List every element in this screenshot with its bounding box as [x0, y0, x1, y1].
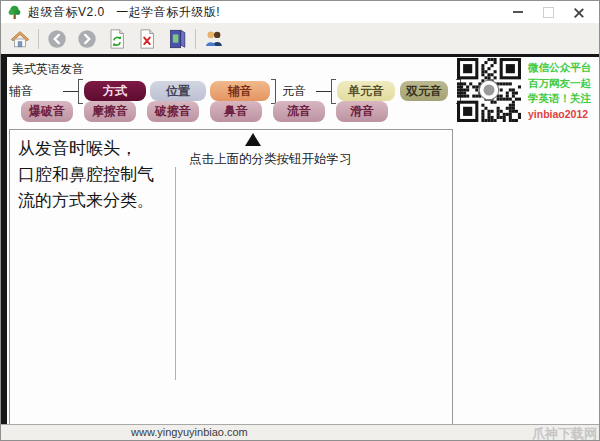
category-button-diphthong[interactable]: 双元音: [400, 81, 448, 101]
category-button-manner[interactable]: 方式: [84, 81, 146, 101]
category-description: 从发音时喉头， 口腔和鼻腔控制气 流的方式来分类。: [18, 136, 180, 214]
subcategory-button-glide[interactable]: 滑音: [336, 101, 388, 122]
connector-dash: [316, 91, 331, 92]
toolbar-separator: [195, 29, 196, 49]
subcategory-button-nasal[interactable]: 鼻音: [210, 101, 262, 122]
minimize-icon: [513, 11, 523, 13]
maximize-button[interactable]: [533, 3, 563, 21]
category-button-consonant[interactable]: 辅音: [210, 81, 270, 101]
left-edge-strip: [1, 57, 7, 424]
minimize-button[interactable]: [503, 3, 533, 21]
subcategory-button-plosive[interactable]: 爆破音: [21, 101, 73, 122]
vowel-group-label: 元音: [282, 83, 306, 100]
promo-line: 微信公众平台: [528, 60, 598, 76]
exit-door-icon: [166, 28, 188, 50]
toolbar-separator: [38, 29, 39, 49]
home-icon: [9, 28, 31, 50]
bracket-open: [331, 79, 336, 104]
close-icon: [573, 7, 584, 18]
start-hint: 点击上面的分类按钮开始学习: [189, 151, 352, 168]
back-icon: [46, 28, 68, 50]
forward-button[interactable]: [72, 26, 102, 52]
window-title: 超级音标V2.0 一起学音标升级版!: [28, 4, 220, 21]
category-button-place[interactable]: 位置: [150, 81, 206, 101]
bracket-open: [78, 79, 83, 104]
promo-line: 学英语！关注: [528, 91, 598, 107]
section-label: 美式英语发音: [12, 61, 84, 78]
titlebar: 超级音标V2.0 一起学音标升级版!: [1, 1, 599, 23]
consonant-group-label: 辅音: [9, 83, 33, 100]
content-panel: 从发音时喉头， 口腔和鼻腔控制气 流的方式来分类。 点击上面的分类按钮开始学习: [9, 129, 453, 427]
connector-dash: [63, 91, 78, 92]
subcategory-button-liquid[interactable]: 流音: [273, 101, 325, 122]
back-button[interactable]: [42, 26, 72, 52]
qr-code: [457, 58, 521, 122]
close-button[interactable]: [563, 3, 593, 21]
refresh-page-icon: [106, 28, 128, 50]
promo-wechat-id: yinbiao2012: [528, 107, 598, 123]
status-url: www.yingyuyinbiao.com: [131, 426, 248, 438]
subcategory-button-fricative[interactable]: 摩擦音: [84, 101, 136, 122]
toolbar: [1, 23, 599, 54]
refresh-button[interactable]: [102, 26, 132, 52]
panel-divider: [175, 167, 176, 380]
statusbar: www.yingyuyinbiao.com 爪神下载网: [1, 424, 599, 440]
promo-text-block: 微信公众平台 百万网友一起 学英语！关注 yinbiao2012: [528, 60, 598, 122]
users-button[interactable]: [199, 26, 229, 52]
up-triangle-icon: [245, 133, 261, 146]
category-button-monophthong[interactable]: 单元音: [337, 81, 395, 101]
subcategory-row: 爆破音 摩擦音 破擦音 鼻音 流音 滑音: [21, 101, 388, 122]
main-area: 美式英语发音 辅音 方式 位置 辅音 元音 单元音 双元音 爆破音 摩擦音 破擦…: [1, 54, 599, 424]
promo-line: 百万网友一起: [528, 76, 598, 92]
delete-page-icon: [136, 28, 158, 50]
home-button[interactable]: [5, 26, 35, 52]
watermark-text: 爪神下载网: [532, 425, 597, 441]
delete-button[interactable]: [132, 26, 162, 52]
users-icon: [203, 28, 225, 50]
forward-icon: [76, 28, 98, 50]
bracket-close: [271, 79, 276, 104]
tree-app-icon: [7, 5, 22, 20]
subcategory-button-affricate[interactable]: 破擦音: [147, 101, 199, 122]
maximize-icon: [543, 7, 554, 18]
exit-button[interactable]: [162, 26, 192, 52]
app-window: 超级音标V2.0 一起学音标升级版!: [0, 0, 600, 441]
